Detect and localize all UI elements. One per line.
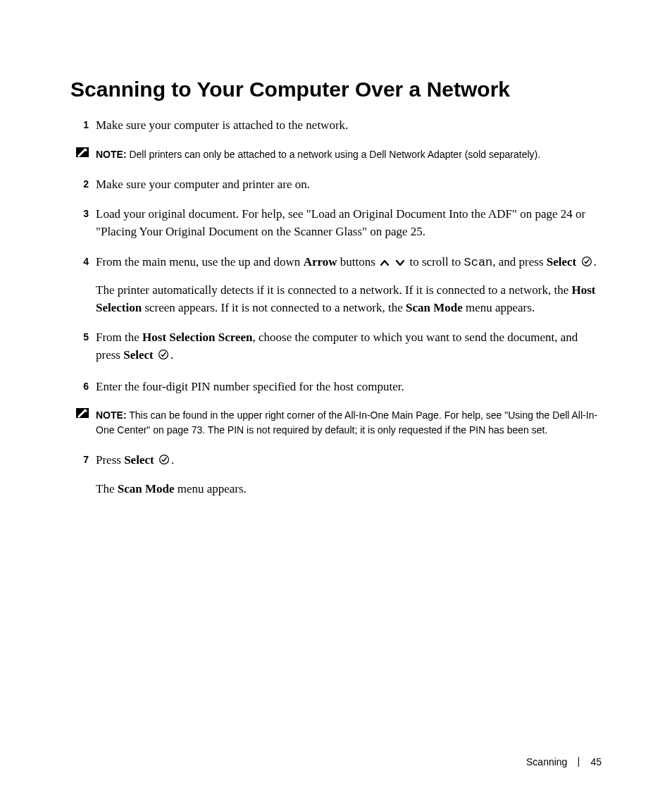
note-pencil-icon [70, 408, 96, 418]
note-label: NOTE: [96, 409, 127, 421]
step-text: Press Select . [96, 452, 602, 471]
step-body: Load your original document. For help, s… [96, 206, 602, 240]
step-number: 3 [70, 206, 96, 219]
note-pencil-icon [70, 147, 96, 157]
select-check-icon [158, 348, 169, 366]
scan-mode-word: Scan Mode [118, 482, 175, 495]
select-word: Select [123, 348, 153, 362]
scan-mode-word: Scan Mode [406, 301, 463, 314]
step-body: Enter the four-digit PIN number specifie… [96, 378, 602, 396]
select-check-icon [581, 255, 592, 273]
note-2: NOTE: This can be found in the upper rig… [70, 408, 602, 438]
step-text: Load your original document. For help, s… [96, 206, 602, 240]
step-text: Make sure your computer is attached to t… [96, 117, 602, 135]
step-number: 6 [70, 378, 96, 392]
step-5: 5 From the Host Selection Screen, choose… [70, 329, 602, 365]
select-word: Select [547, 255, 576, 269]
step-body: Press Select . The Scan Mode menu appear… [96, 452, 602, 498]
step-body: Make sure your computer and printer are … [96, 176, 602, 194]
arrow-word: Arrow [304, 255, 337, 269]
svg-point-3 [582, 257, 591, 266]
step-text-2: The Scan Mode menu appears. [96, 481, 602, 498]
section-heading: Scanning to Your Computer Over a Network [70, 78, 602, 101]
step-7: 7 Press Select . The Scan Mode menu appe… [70, 452, 602, 498]
arrow-down-icon [395, 255, 405, 273]
note-label: NOTE: [96, 149, 127, 160]
step-body: Make sure your computer is attached to t… [96, 117, 602, 135]
note-text: Dell printers can only be attached to a … [127, 149, 541, 160]
step-number: 5 [70, 329, 96, 343]
arrow-up-icon [380, 255, 390, 273]
note-body: NOTE: Dell printers can only be attached… [96, 147, 602, 162]
footer-section: Scanning [526, 756, 567, 768]
footer-page-number: 45 [590, 756, 602, 768]
note-1: NOTE: Dell printers can only be attached… [70, 147, 602, 162]
document-page: Scanning to Your Computer Over a Network… [0, 0, 672, 807]
footer-separator [578, 757, 579, 767]
step-6: 6 Enter the four-digit PIN number specif… [70, 378, 602, 396]
step-text: From the main menu, use the up and down … [96, 254, 602, 273]
step-4: 4 From the main menu, use the up and dow… [70, 254, 602, 317]
step-number: 2 [70, 176, 96, 190]
step-body: From the Host Selection Screen, choose t… [96, 329, 602, 365]
select-check-icon [158, 453, 170, 471]
step-1: 1 Make sure your computer is attached to… [70, 117, 602, 135]
step-text: Make sure your computer and printer are … [96, 176, 602, 194]
select-word: Select [124, 453, 154, 467]
step-text-2: The printer automatically detects if it … [96, 282, 602, 316]
step-text: From the Host Selection Screen, choose t… [96, 329, 602, 365]
step-number: 4 [70, 254, 96, 267]
host-selection-screen-word: Host Selection Screen [142, 331, 252, 344]
step-body: From the main menu, use the up and down … [96, 254, 602, 317]
note-text: This can be found in the upper right cor… [96, 409, 597, 436]
note-body: NOTE: This can be found in the upper rig… [96, 408, 602, 438]
step-text: Enter the four-digit PIN number specifie… [96, 378, 602, 396]
step-number: 1 [70, 117, 96, 130]
page-footer: Scanning 45 [526, 756, 602, 768]
svg-point-4 [159, 350, 168, 359]
step-2: 2 Make sure your computer and printer ar… [70, 176, 602, 194]
svg-point-8 [159, 455, 168, 464]
step-3: 3 Load your original document. For help,… [70, 206, 602, 240]
step-number: 7 [70, 452, 96, 465]
scan-word: Scan [464, 256, 493, 269]
